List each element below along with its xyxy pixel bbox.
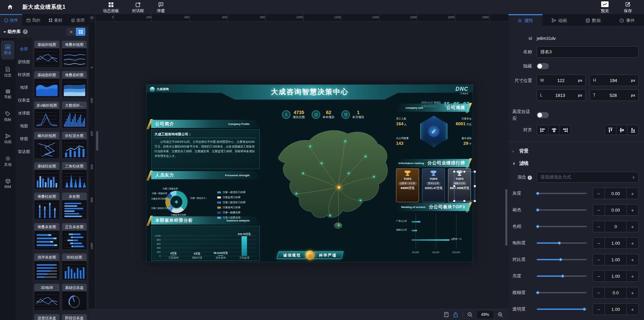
component-card[interactable]: 3D地球 [34,284,60,311]
component-card[interactable]: 进度仪表盘 [34,314,60,320]
category-globe[interactable]: 地球 [16,81,32,94]
contrast-slider[interactable] [537,257,587,262]
rail-item-info[interactable]: 信息 [1,63,15,82]
category-bar[interactable]: 柱状图 [16,68,32,81]
china-map[interactable] [259,114,399,254]
left-field[interactable]: L1813px [537,89,586,101]
dashboard-artboard[interactable]: 大成咨询智慧决策中心 大成咨询 DNC 大成咨询 2025-11-07 星期五 … [146,84,473,262]
plus-button[interactable]: + [627,188,638,199]
component-card[interactable]: 堆叠面积图 [62,71,87,98]
component-card[interactable]: 三角柱状图 [62,162,87,189]
minus-button[interactable]: − [593,271,605,282]
name-input[interactable] [537,46,639,58]
component-card[interactable]: 多x轴折线图 [34,101,60,128]
grayscale-slider[interactable] [537,191,587,196]
personnel-panel[interactable]: ❖ 注册二级建造师 注册一级建造师 注册咨询工程师 注册二级造价工程师 注册监理… [151,181,260,215]
plus-button[interactable]: + [627,205,638,215]
home-button[interactable] [5,2,15,12]
tab-animation[interactable]: 动画 [542,14,577,26]
rail-item-charts[interactable]: 图表 [1,41,15,59]
minus-button[interactable]: − [593,205,605,215]
height-field[interactable]: H194px [590,75,639,86]
category-line[interactable]: 折线图 [16,55,32,68]
component-card[interactable]: 正负条形图 [62,223,87,250]
hue-slider[interactable] [537,224,587,229]
zoom-in-button[interactable] [498,312,503,317]
minus-button[interactable]: − [593,188,605,199]
ruler-corner[interactable] [89,14,95,22]
component-card[interactable]: 阶段仪表盘 [62,314,87,320]
category-gauge[interactable]: 仪表盘 [16,94,32,107]
rail-item-other[interactable]: 其他 [1,152,15,171]
align-top-button[interactable] [605,125,616,135]
width-field[interactable]: W122px [537,75,586,86]
minus-button[interactable]: − [593,254,605,265]
rail-item-bim[interactable]: BIM [1,174,15,193]
resize-handle-se[interactable] [474,200,476,202]
component-card[interactable]: 条形图 [62,192,87,219]
zoom-out-button[interactable] [467,312,473,317]
rail-item-nav[interactable]: 导航 [1,85,15,104]
blend-select[interactable]: 请选择混合方式 ∨ [537,172,639,183]
component-card[interactable]: 横向折线图 [34,132,60,159]
resize-handle-ne[interactable] [474,170,476,173]
category-all[interactable]: 全部 [16,43,32,55]
tab-events[interactable]: 事件 [610,14,644,26]
background-section-header[interactable]: › 背景 [512,148,639,154]
right-scrollbar-thumb[interactable] [505,189,507,246]
category-radar[interactable]: 雷达图 [16,145,32,158]
save-button[interactable]: 保存 [624,0,632,14]
profile-panel[interactable]: 大成工程咨询有限公司： 公司成立于2003年12月。公司总部位于中国·郑州国贸中… [151,129,260,169]
plus-button[interactable]: + [627,304,638,315]
tab-materials[interactable]: 素材 [45,14,67,26]
plus-button[interactable]: + [627,271,638,282]
tab-mine[interactable]: 我的 [22,14,45,26]
component-card[interactable]: 堆叠条形图 [34,223,60,250]
popup-button[interactable]: 弹窗 [157,1,165,14]
component-card[interactable]: 排序条形图 [34,253,60,280]
left-scrollbar-thumb[interactable] [96,131,98,151]
filter-section-header[interactable]: ∨ 滤镜 [512,160,639,166]
selection-box[interactable] [454,171,475,201]
component-card[interactable]: 基础柱状图 [34,162,60,189]
hide-toggle[interactable] [537,63,549,69]
component-card[interactable]: 折柱混合图 [62,132,87,159]
top1-card[interactable]: TOP1 山西第一分公司 94000万元 [396,168,419,202]
preview-button[interactable]: 预览 [601,0,609,14]
plus-button[interactable]: + [627,221,638,232]
rail-item-animation[interactable]: 动画 [1,130,15,149]
align-middle-button[interactable] [616,125,627,135]
category-map[interactable]: 地图 [16,119,32,132]
align-right-button[interactable] [559,125,570,135]
top-field[interactable]: T528px [590,89,639,101]
component-card[interactable]: 基础折线图 [34,41,60,68]
component-card[interactable]: 堆叠折线图 [62,41,87,68]
resize-handle-w[interactable] [453,185,455,187]
list-view-button[interactable]: ≡ [66,28,76,36]
page-settings-button[interactable] [444,312,449,317]
minus-button[interactable]: − [593,287,605,298]
resize-handle-e[interactable] [474,185,476,187]
resize-handle-nw[interactable] [453,170,455,173]
saturation-slider[interactable] [537,240,587,246]
align-center-button[interactable] [548,125,559,135]
tab-layers[interactable]: 图层 [66,14,89,26]
tab-components[interactable]: 组件 [0,14,22,26]
minus-button[interactable]: − [593,238,605,248]
component-card[interactable]: 基础仪表盘 [62,284,87,311]
zoom-level[interactable]: 49% [477,311,493,318]
lock-toggle-button[interactable] [453,312,458,317]
dynamic-panel-button[interactable]: 动态面板 [103,1,119,14]
blur-slider[interactable] [537,290,587,295]
minus-button[interactable]: − [593,221,605,232]
tab-data[interactable]: 数据 [576,14,610,26]
kpi-row[interactable]: 4735项目总数 62本年项目 1本月项目 [282,110,364,119]
business-panel[interactable]: 1,00080060040020004万元工程咨询0万元招标代理35.4143万… [151,226,260,261]
help-icon[interactable]: ? [23,29,28,34]
sector-bar-chart[interactable]: 广东分公司 湖南分公司 山西第一分 60,000 80,000 100,000 [396,214,472,254]
align-bottom-button[interactable] [627,125,638,135]
component-card[interactable]: 3D柱状图 [62,253,87,280]
resize-handle-n[interactable] [463,170,466,173]
dialog-button[interactable]: 对话框 [132,1,144,14]
component-card[interactable]: 基础面积图 [34,71,60,98]
